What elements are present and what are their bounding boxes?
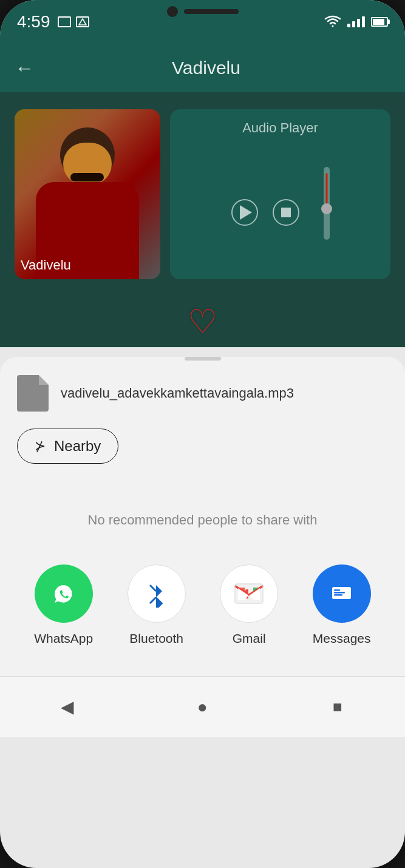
svg-line-2 [150, 585, 156, 591]
messages-icon-circle [313, 565, 371, 623]
whatsapp-icon-circle [35, 565, 93, 623]
content-area: Vadivelu Audio Player [0, 92, 405, 347]
system-icon [76, 16, 89, 27]
app-title: Vadivelu [46, 58, 366, 78]
stop-square-icon [281, 208, 291, 217]
nearby-icon: ⊁ [35, 438, 46, 454]
volume-track [325, 173, 327, 206]
file-icon [17, 375, 49, 412]
volume-slider[interactable] [324, 167, 330, 240]
wifi-icon [324, 15, 341, 29]
no-people-area: No recommended people to share with [0, 476, 405, 558]
home-nav-icon: ● [197, 697, 208, 717]
file-icon-corner [39, 375, 49, 385]
notification-icon [58, 16, 71, 27]
play-button[interactable] [231, 199, 258, 226]
back-nav-button[interactable]: ◀ [49, 689, 86, 725]
recents-nav-icon: ■ [333, 697, 342, 716]
app-icons-row: WhatsApp Bluetooth [0, 558, 405, 664]
gmail-label: Gmail [233, 631, 266, 646]
audio-controls[interactable] [231, 199, 299, 226]
svg-rect-10 [334, 592, 345, 594]
bottom-sheet: vadivelu_adavekkamkettavaingala.mp3 ⊁ Ne… [0, 357, 405, 676]
whatsapp-icon [47, 577, 80, 611]
sheet-handle [185, 357, 221, 361]
bluetooth-label: Bluetooth [129, 631, 183, 646]
status-time: 4:59 [17, 12, 50, 32]
status-icons-right [324, 15, 388, 29]
recents-nav-button[interactable]: ■ [319, 689, 356, 725]
speaker-bar [184, 9, 239, 14]
camera-area [167, 6, 239, 17]
share-gmail[interactable]: M Gmail [220, 565, 278, 646]
messages-label: Messages [313, 631, 371, 646]
person-silhouette [15, 109, 160, 279]
gmail-icon: M [234, 581, 264, 606]
messages-icon [325, 577, 358, 611]
back-nav-icon: ◀ [61, 697, 74, 717]
share-bluetooth[interactable]: Bluetooth [128, 565, 186, 646]
status-icons-left [58, 16, 89, 27]
svg-rect-11 [334, 594, 342, 596]
phone-screen: 4:59 [0, 0, 405, 868]
phone-frame: 4:59 [0, 0, 405, 868]
thumbnail-img [15, 109, 160, 279]
svg-rect-9 [334, 589, 340, 591]
svg-line-1 [150, 597, 156, 603]
share-messages[interactable]: Messages [313, 565, 371, 646]
file-info-row: vadivelu_adavekkamkettavaingala.mp3 [0, 375, 405, 429]
stop-button[interactable] [273, 199, 299, 226]
thumbnail-label: Vadivelu [21, 257, 71, 273]
heart-icon: ♡ [188, 302, 217, 341]
bluetooth-icon [143, 580, 170, 608]
signal-bars [347, 16, 365, 27]
person-mustache [70, 173, 104, 181]
nearby-button-label: Nearby [54, 438, 101, 455]
home-nav-button[interactable]: ● [184, 689, 220, 725]
bluetooth-icon-circle [128, 565, 186, 623]
whatsapp-label: WhatsApp [34, 631, 93, 646]
nearby-section: ⊁ Nearby [0, 429, 405, 476]
heart-icon-area: ♡ [188, 302, 217, 341]
play-triangle-icon [240, 205, 252, 220]
camera-dot [167, 6, 178, 17]
nav-bar: ◀ ● ■ [0, 676, 405, 737]
audio-player-label: Audio Player [170, 120, 390, 136]
thumbnail-card: Vadivelu [15, 109, 160, 279]
gmail-icon-circle: M [220, 565, 278, 623]
no-people-text: No recommended people to share with [88, 512, 318, 527]
media-cards: Vadivelu Audio Player [0, 92, 405, 296]
volume-knob [321, 203, 332, 214]
file-name: vadivelu_adavekkamkettavaingala.mp3 [61, 385, 294, 401]
back-button[interactable]: ← [15, 57, 34, 80]
share-whatsapp[interactable]: WhatsApp [34, 565, 93, 646]
audio-player-card: Audio Player [170, 109, 390, 279]
app-bar: ← Vadivelu [0, 44, 405, 92]
nearby-button[interactable]: ⊁ Nearby [17, 429, 118, 464]
battery-icon [371, 17, 388, 27]
